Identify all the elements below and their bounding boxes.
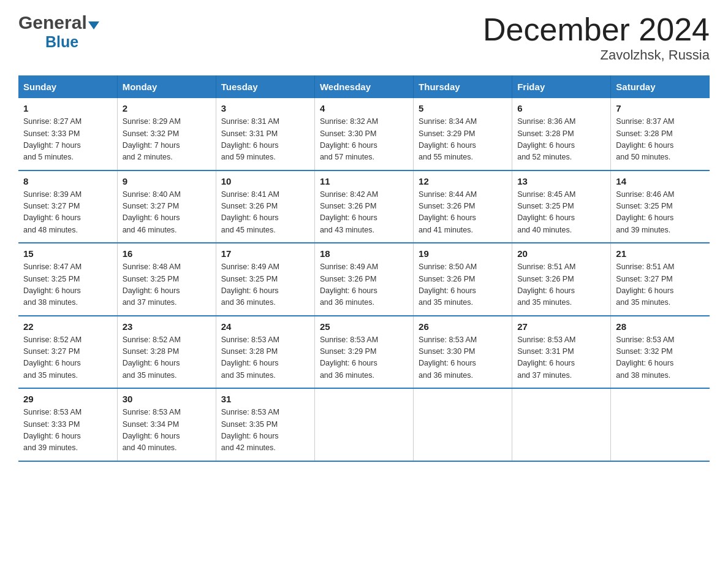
logo-general-text: General bbox=[18, 12, 87, 33]
day-cell: 28 Sunrise: 8:53 AMSunset: 3:32 PMDaylig… bbox=[611, 316, 710, 389]
day-number: 22 bbox=[23, 321, 112, 332]
day-number: 6 bbox=[517, 103, 605, 113]
day-detail: Sunrise: 8:53 AMSunset: 3:31 PMDaylight:… bbox=[517, 334, 605, 382]
weekday-header-wednesday: Wednesday bbox=[314, 75, 413, 98]
day-detail: Sunrise: 8:36 AMSunset: 3:28 PMDaylight:… bbox=[517, 116, 605, 164]
calendar-title: December 2024 bbox=[483, 12, 710, 47]
day-cell: 21 Sunrise: 8:51 AMSunset: 3:27 PMDaylig… bbox=[611, 243, 710, 316]
day-number: 31 bbox=[221, 394, 309, 404]
day-cell bbox=[414, 388, 512, 461]
week-row-3: 15 Sunrise: 8:47 AMSunset: 3:25 PMDaylig… bbox=[18, 243, 710, 316]
day-cell: 8 Sunrise: 8:39 AMSunset: 3:27 PMDayligh… bbox=[18, 170, 117, 243]
day-detail: Sunrise: 8:31 AMSunset: 3:31 PMDaylight:… bbox=[221, 116, 309, 164]
title-block: December 2024 Zavolzhsk, Russia bbox=[483, 12, 710, 63]
weekday-header-friday: Friday bbox=[512, 75, 611, 98]
day-cell: 11 Sunrise: 8:42 AMSunset: 3:26 PMDaylig… bbox=[314, 170, 413, 243]
day-detail: Sunrise: 8:53 AMSunset: 3:34 PMDaylight:… bbox=[123, 407, 211, 454]
week-row-2: 8 Sunrise: 8:39 AMSunset: 3:27 PMDayligh… bbox=[18, 170, 710, 243]
day-cell: 20 Sunrise: 8:51 AMSunset: 3:26 PMDaylig… bbox=[512, 243, 611, 316]
day-detail: Sunrise: 8:52 AMSunset: 3:28 PMDaylight:… bbox=[123, 334, 211, 382]
day-detail: Sunrise: 8:51 AMSunset: 3:27 PMDaylight:… bbox=[616, 261, 705, 309]
day-cell: 15 Sunrise: 8:47 AMSunset: 3:25 PMDaylig… bbox=[18, 243, 117, 316]
day-cell: 2 Sunrise: 8:29 AMSunset: 3:32 PMDayligh… bbox=[117, 98, 216, 170]
day-cell: 12 Sunrise: 8:44 AMSunset: 3:26 PMDaylig… bbox=[414, 170, 512, 243]
day-cell: 4 Sunrise: 8:32 AMSunset: 3:30 PMDayligh… bbox=[314, 98, 413, 170]
weekday-header-row: SundayMondayTuesdayWednesdayThursdayFrid… bbox=[18, 75, 710, 98]
day-cell: 14 Sunrise: 8:46 AMSunset: 3:25 PMDaylig… bbox=[611, 170, 710, 243]
day-cell: 19 Sunrise: 8:50 AMSunset: 3:26 PMDaylig… bbox=[414, 243, 512, 316]
day-number: 29 bbox=[23, 394, 112, 404]
logo: General Blue bbox=[18, 12, 99, 51]
day-cell: 16 Sunrise: 8:48 AMSunset: 3:25 PMDaylig… bbox=[117, 243, 216, 316]
day-number: 28 bbox=[616, 321, 705, 332]
day-detail: Sunrise: 8:53 AMSunset: 3:30 PMDaylight:… bbox=[419, 334, 507, 382]
day-cell: 18 Sunrise: 8:49 AMSunset: 3:26 PMDaylig… bbox=[314, 243, 413, 316]
day-cell bbox=[611, 388, 710, 461]
calendar-subtitle: Zavolzhsk, Russia bbox=[483, 47, 710, 63]
day-cell: 23 Sunrise: 8:52 AMSunset: 3:28 PMDaylig… bbox=[117, 316, 216, 389]
day-detail: Sunrise: 8:47 AMSunset: 3:25 PMDaylight:… bbox=[23, 261, 112, 309]
weekday-header-saturday: Saturday bbox=[611, 75, 710, 98]
day-number: 21 bbox=[616, 248, 705, 259]
day-number: 4 bbox=[320, 103, 408, 113]
day-number: 10 bbox=[221, 176, 309, 186]
weekday-header-sunday: Sunday bbox=[18, 75, 117, 98]
day-cell: 6 Sunrise: 8:36 AMSunset: 3:28 PMDayligh… bbox=[512, 98, 611, 170]
day-number: 12 bbox=[419, 176, 507, 186]
day-cell: 22 Sunrise: 8:52 AMSunset: 3:27 PMDaylig… bbox=[18, 316, 117, 389]
day-detail: Sunrise: 8:53 AMSunset: 3:35 PMDaylight:… bbox=[221, 407, 309, 454]
weekday-header-tuesday: Tuesday bbox=[216, 75, 314, 98]
day-number: 19 bbox=[419, 248, 507, 259]
day-detail: Sunrise: 8:27 AMSunset: 3:33 PMDaylight:… bbox=[23, 116, 112, 164]
day-detail: Sunrise: 8:53 AMSunset: 3:32 PMDaylight:… bbox=[616, 334, 705, 382]
calendar-table: SundayMondayTuesdayWednesdayThursdayFrid… bbox=[18, 75, 710, 462]
day-detail: Sunrise: 8:42 AMSunset: 3:26 PMDaylight:… bbox=[320, 189, 408, 237]
day-number: 5 bbox=[419, 103, 507, 113]
day-number: 18 bbox=[320, 248, 408, 259]
day-number: 13 bbox=[517, 176, 605, 186]
day-detail: Sunrise: 8:51 AMSunset: 3:26 PMDaylight:… bbox=[517, 261, 605, 309]
day-detail: Sunrise: 8:29 AMSunset: 3:32 PMDaylight:… bbox=[123, 116, 211, 164]
week-row-4: 22 Sunrise: 8:52 AMSunset: 3:27 PMDaylig… bbox=[18, 316, 710, 389]
day-number: 7 bbox=[616, 103, 705, 113]
day-number: 23 bbox=[123, 321, 211, 332]
day-detail: Sunrise: 8:32 AMSunset: 3:30 PMDaylight:… bbox=[320, 116, 408, 164]
day-cell: 3 Sunrise: 8:31 AMSunset: 3:31 PMDayligh… bbox=[216, 98, 314, 170]
day-detail: Sunrise: 8:41 AMSunset: 3:26 PMDaylight:… bbox=[221, 189, 309, 237]
day-cell: 29 Sunrise: 8:53 AMSunset: 3:33 PMDaylig… bbox=[18, 388, 117, 461]
day-number: 20 bbox=[517, 248, 605, 259]
day-number: 14 bbox=[616, 176, 705, 186]
weekday-header-monday: Monday bbox=[117, 75, 216, 98]
day-cell: 25 Sunrise: 8:53 AMSunset: 3:29 PMDaylig… bbox=[314, 316, 413, 389]
day-cell: 24 Sunrise: 8:53 AMSunset: 3:28 PMDaylig… bbox=[216, 316, 314, 389]
day-number: 15 bbox=[23, 248, 112, 259]
day-detail: Sunrise: 8:45 AMSunset: 3:25 PMDaylight:… bbox=[517, 189, 605, 237]
day-cell: 17 Sunrise: 8:49 AMSunset: 3:25 PMDaylig… bbox=[216, 243, 314, 316]
day-detail: Sunrise: 8:53 AMSunset: 3:29 PMDaylight:… bbox=[320, 334, 408, 382]
weekday-header-thursday: Thursday bbox=[414, 75, 512, 98]
day-cell: 13 Sunrise: 8:45 AMSunset: 3:25 PMDaylig… bbox=[512, 170, 611, 243]
week-row-1: 1 Sunrise: 8:27 AMSunset: 3:33 PMDayligh… bbox=[18, 98, 710, 170]
day-cell: 31 Sunrise: 8:53 AMSunset: 3:35 PMDaylig… bbox=[216, 388, 314, 461]
day-number: 9 bbox=[123, 176, 211, 186]
day-number: 17 bbox=[221, 248, 309, 259]
day-number: 26 bbox=[419, 321, 507, 332]
day-detail: Sunrise: 8:52 AMSunset: 3:27 PMDaylight:… bbox=[23, 334, 112, 382]
day-detail: Sunrise: 8:49 AMSunset: 3:25 PMDaylight:… bbox=[221, 261, 309, 309]
day-detail: Sunrise: 8:39 AMSunset: 3:27 PMDaylight:… bbox=[23, 189, 112, 237]
day-cell: 10 Sunrise: 8:41 AMSunset: 3:26 PMDaylig… bbox=[216, 170, 314, 243]
logo-blue-text: Blue bbox=[45, 33, 78, 51]
day-detail: Sunrise: 8:53 AMSunset: 3:28 PMDaylight:… bbox=[221, 334, 309, 382]
day-number: 16 bbox=[123, 248, 211, 259]
day-detail: Sunrise: 8:53 AMSunset: 3:33 PMDaylight:… bbox=[23, 407, 112, 454]
day-number: 11 bbox=[320, 176, 408, 186]
day-detail: Sunrise: 8:37 AMSunset: 3:28 PMDaylight:… bbox=[616, 116, 705, 164]
day-number: 8 bbox=[23, 176, 112, 186]
day-cell: 9 Sunrise: 8:40 AMSunset: 3:27 PMDayligh… bbox=[117, 170, 216, 243]
day-number: 3 bbox=[221, 103, 309, 113]
day-number: 24 bbox=[221, 321, 309, 332]
day-detail: Sunrise: 8:50 AMSunset: 3:26 PMDaylight:… bbox=[419, 261, 507, 309]
day-cell: 30 Sunrise: 8:53 AMSunset: 3:34 PMDaylig… bbox=[117, 388, 216, 461]
week-row-5: 29 Sunrise: 8:53 AMSunset: 3:33 PMDaylig… bbox=[18, 388, 710, 461]
day-detail: Sunrise: 8:40 AMSunset: 3:27 PMDaylight:… bbox=[123, 189, 211, 237]
